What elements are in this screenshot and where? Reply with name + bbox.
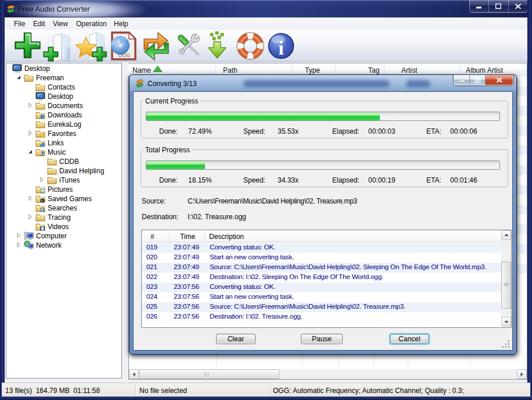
svg-text:i: i <box>278 37 283 59</box>
svg-text:OGG: OGG <box>118 52 130 58</box>
